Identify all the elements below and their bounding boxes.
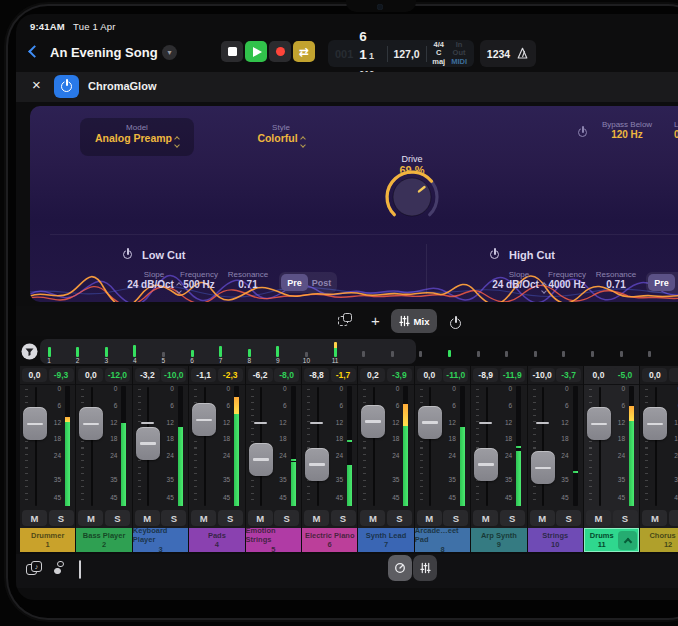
mini-track-meter[interactable]: 10 xyxy=(300,340,312,365)
level-control[interactable]: Level 0.0 xyxy=(674,120,678,140)
volume-fader-handle[interactable] xyxy=(192,403,216,436)
mini-track-meter[interactable]: 1 xyxy=(43,340,55,365)
volume-fader-handle[interactable] xyxy=(136,427,160,460)
low-cut-slope[interactable]: Slope 24 dB/Oct xyxy=(126,270,182,293)
track-label[interactable]: Arp Synth9 xyxy=(471,528,526,552)
keyboard-button[interactable] xyxy=(79,561,81,579)
pre-button[interactable]: Pre xyxy=(281,274,308,291)
mute-button[interactable]: M xyxy=(248,510,273,526)
track-label[interactable]: Chorus Vo12 xyxy=(640,528,678,552)
mini-track-meter[interactable] xyxy=(472,340,484,365)
volume-fader-handle[interactable] xyxy=(418,406,442,439)
mini-track-meter[interactable]: 5 xyxy=(157,340,169,365)
solo-button[interactable]: S xyxy=(331,510,356,526)
mute-button[interactable]: M xyxy=(360,510,385,526)
mute-button[interactable]: M xyxy=(473,510,498,526)
back-chevron-icon[interactable] xyxy=(28,45,41,58)
mute-button[interactable]: M xyxy=(22,510,47,526)
mute-button[interactable]: M xyxy=(135,510,160,526)
high-cut-resonance[interactable]: Resonance 0.71 xyxy=(592,270,640,290)
mute-button[interactable]: M xyxy=(642,510,667,526)
track-label[interactable]: Arcade…eet Pad8 xyxy=(415,528,470,552)
mute-button[interactable]: M xyxy=(586,510,611,526)
high-cut-power-icon[interactable] xyxy=(490,250,499,259)
mini-track-meter[interactable] xyxy=(558,340,570,365)
title-dropdown-button[interactable]: ▾ xyxy=(162,45,177,60)
track-label[interactable]: Pads4 xyxy=(189,528,244,552)
mini-track-meter[interactable]: 2 xyxy=(72,340,84,365)
mute-button[interactable]: M xyxy=(530,510,555,526)
low-cut-frequency[interactable]: Frequency 500 Hz xyxy=(175,270,223,290)
channel-power-button[interactable] xyxy=(450,315,461,333)
mini-track-meter[interactable]: 3 xyxy=(100,340,112,365)
drive-knob[interactable] xyxy=(382,167,442,227)
mini-track-meter[interactable]: 7 xyxy=(215,340,227,365)
low-cut-resonance[interactable]: Resonance 0.71 xyxy=(224,270,272,290)
mini-track-meter[interactable]: 9 xyxy=(272,340,284,365)
collapse-strip-button[interactable] xyxy=(618,531,637,550)
solo-button[interactable]: S xyxy=(556,510,581,526)
bypass-power-icon[interactable] xyxy=(578,128,587,137)
stop-button[interactable] xyxy=(221,41,243,62)
mini-track-meter[interactable] xyxy=(644,340,656,365)
mini-track-meter[interactable] xyxy=(443,340,455,365)
volume-fader-handle[interactable] xyxy=(305,448,329,481)
filter-icon[interactable] xyxy=(21,343,38,360)
mixer-view-button[interactable] xyxy=(413,555,437,581)
high-cut-frequency[interactable]: Frequency 4000 Hz xyxy=(543,270,591,290)
volume-fader-handle[interactable] xyxy=(361,405,385,438)
solo-button[interactable]: S xyxy=(387,510,412,526)
post-button[interactable]: Post xyxy=(308,274,335,291)
mini-track-meter[interactable] xyxy=(586,340,598,365)
solo-button[interactable]: S xyxy=(500,510,525,526)
pre-button[interactable]: Pre xyxy=(648,274,675,291)
plugin-power-button[interactable] xyxy=(54,75,79,98)
volume-fader-handle[interactable] xyxy=(474,448,498,481)
mute-button[interactable]: M xyxy=(191,510,216,526)
solo-button[interactable]: S xyxy=(669,510,678,526)
bypass-control[interactable]: Bypass Below 120 Hz xyxy=(592,120,662,140)
mini-track-meter[interactable] xyxy=(529,340,541,365)
solo-button[interactable]: S xyxy=(443,510,468,526)
track-label[interactable]: Drummer1 xyxy=(20,528,75,552)
controls-view-button[interactable] xyxy=(388,555,412,581)
solo-button[interactable]: S xyxy=(105,510,130,526)
mute-button[interactable]: M xyxy=(78,510,103,526)
mix-view-button[interactable]: Mix xyxy=(391,309,437,333)
track-label[interactable]: Bass Player2 xyxy=(76,528,131,552)
solo-button[interactable]: S xyxy=(613,510,638,526)
track-label[interactable]: Drums11 xyxy=(584,528,639,552)
count-in-control[interactable]: 1234 xyxy=(480,40,536,67)
record-button[interactable] xyxy=(269,41,291,62)
solo-button[interactable]: S xyxy=(49,510,74,526)
track-label[interactable]: Strings10 xyxy=(528,528,583,552)
track-label[interactable]: Electric Piano6 xyxy=(302,528,357,552)
mini-track-meter[interactable]: 4 xyxy=(129,340,141,365)
volume-fader-handle[interactable] xyxy=(643,407,667,440)
cycle-button[interactable]: ⇄ xyxy=(293,41,315,62)
volume-fader-handle[interactable] xyxy=(79,407,103,440)
style-selector[interactable]: Style Colorful xyxy=(226,123,336,147)
lcd-display[interactable]: 001 6 11 012 127,0 4/4C maj In OutMIDI xyxy=(328,40,474,67)
volume-fader-handle[interactable] xyxy=(531,451,555,484)
song-title[interactable]: An Evening Song xyxy=(50,45,158,60)
mini-track-meter[interactable] xyxy=(386,340,398,365)
solo-button[interactable]: S xyxy=(161,510,186,526)
mute-button[interactable]: M xyxy=(417,510,442,526)
mini-track-meter[interactable] xyxy=(615,340,627,365)
solo-button[interactable]: S xyxy=(274,510,299,526)
volume-fader-handle[interactable] xyxy=(249,443,273,476)
metronome-icon[interactable] xyxy=(516,47,529,60)
mini-track-meter[interactable] xyxy=(358,340,370,365)
close-plugin-button[interactable]: × xyxy=(32,77,41,92)
mini-track-meter[interactable]: 8 xyxy=(243,340,255,365)
solo-button[interactable]: S xyxy=(218,510,243,526)
model-selector[interactable]: Model Analog Preamp xyxy=(80,118,194,156)
high-cut-slope[interactable]: Slope 24 dB/Oct xyxy=(491,270,547,293)
mini-track-meter[interactable] xyxy=(501,340,513,365)
track-label[interactable]: Emotion Strings5 xyxy=(246,528,301,552)
mini-track-meter[interactable] xyxy=(415,340,427,365)
track-label[interactable]: Keyboard Player3 xyxy=(133,528,188,552)
add-track-button[interactable]: + xyxy=(371,313,380,328)
track-label[interactable]: Synth Lead7 xyxy=(358,528,413,552)
